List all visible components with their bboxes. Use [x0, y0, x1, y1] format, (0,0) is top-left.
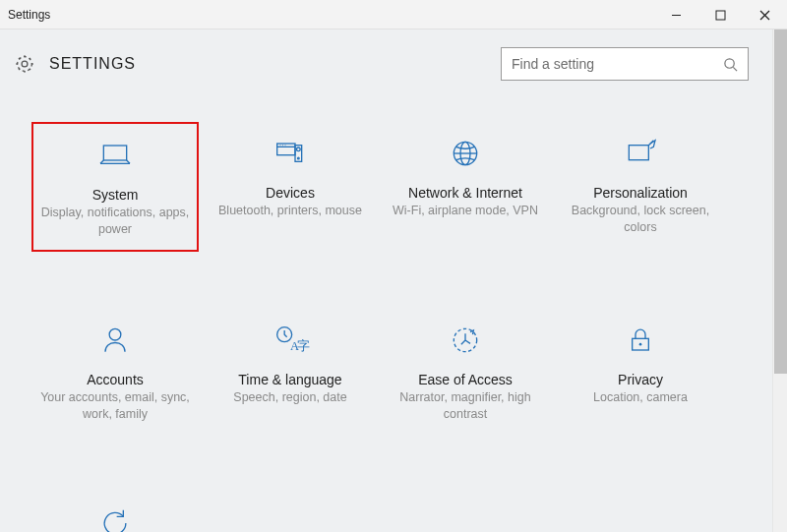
update-icon [37, 502, 193, 533]
gear-icon [14, 53, 35, 75]
tile-title: Ease of Access [388, 372, 543, 387]
svg-point-13 [285, 145, 286, 146]
search-placeholder: Find a setting [512, 56, 594, 72]
time-language-icon: A字 [212, 319, 368, 362]
tile-subtitle: Display, notifications, apps, power [39, 205, 191, 238]
svg-line-21 [648, 141, 653, 146]
tile-title: Privacy [563, 372, 718, 387]
tile-devices[interactable]: Devices Bluetooth, printers, mouse [207, 122, 374, 252]
vertical-scrollbar[interactable] [772, 30, 787, 532]
svg-point-22 [109, 328, 121, 340]
page-title: SETTINGS [49, 55, 136, 73]
tile-title: Devices [212, 185, 368, 201]
tile-title: Time & language [212, 372, 368, 387]
svg-text:字: 字 [297, 338, 310, 353]
devices-icon [212, 132, 368, 175]
scroll-thumb[interactable] [774, 30, 787, 374]
tile-privacy[interactable]: Privacy Location, camera [557, 309, 724, 435]
svg-point-11 [280, 145, 281, 146]
ease-of-access-icon [388, 319, 543, 362]
tile-subtitle: Location, camera [563, 389, 718, 406]
personalization-icon [563, 132, 718, 175]
tile-subtitle: Wi-Fi, airplane mode, VPN [388, 203, 543, 219]
search-input[interactable]: Find a setting [501, 47, 749, 81]
svg-point-5 [18, 57, 32, 72]
svg-point-4 [22, 61, 28, 67]
tile-title: System [39, 187, 191, 203]
svg-rect-20 [629, 146, 648, 160]
category-grid: System Display, notifications, apps, pow… [14, 122, 749, 532]
search-icon [723, 57, 738, 72]
lock-icon [563, 319, 718, 362]
svg-line-7 [733, 67, 737, 71]
window-controls [654, 0, 787, 29]
svg-point-16 [298, 157, 300, 159]
svg-rect-8 [103, 146, 126, 160]
laptop-icon [39, 134, 191, 177]
tile-accounts[interactable]: Accounts Your accounts, email, sync, wor… [31, 309, 199, 435]
tile-subtitle: Bluetooth, printers, mouse [212, 203, 368, 219]
svg-rect-9 [277, 144, 295, 155]
svg-point-28 [639, 343, 642, 346]
tile-title: Network & Internet [388, 185, 543, 201]
tile-subtitle: Your accounts, email, sync, work, family [37, 389, 193, 423]
header-row: SETTINGS Find a setting [14, 47, 749, 81]
svg-point-15 [297, 148, 301, 151]
maximize-button[interactable] [698, 0, 743, 30]
settings-content: SETTINGS Find a setting System Display, … [0, 30, 772, 532]
close-button[interactable] [743, 0, 787, 30]
minimize-button[interactable] [654, 0, 698, 30]
tile-subtitle: Speech, region, date [212, 389, 368, 406]
globe-icon [388, 132, 543, 175]
tile-network[interactable]: Network & Internet Wi-Fi, airplane mode,… [382, 122, 549, 252]
tile-personalization[interactable]: Personalization Background, lock screen,… [557, 122, 724, 252]
tile-system[interactable]: System Display, notifications, apps, pow… [31, 122, 199, 252]
titlebar: Settings [0, 0, 787, 30]
tile-subtitle: Narrator, magnifier, high contrast [388, 389, 543, 423]
tile-title: Personalization [563, 185, 718, 201]
tile-ease-of-access[interactable]: Ease of Access Narrator, magnifier, high… [382, 309, 549, 435]
tile-subtitle: Background, lock screen, colors [563, 203, 718, 236]
window-title: Settings [8, 8, 50, 22]
svg-point-6 [725, 58, 734, 67]
svg-rect-1 [716, 11, 725, 20]
tile-update-security[interactable]: Update & security [31, 492, 199, 533]
svg-point-12 [282, 145, 283, 146]
tile-title: Accounts [37, 372, 193, 387]
tile-time-language[interactable]: A字 Time & language Speech, region, date [207, 309, 374, 435]
person-icon [37, 319, 193, 362]
